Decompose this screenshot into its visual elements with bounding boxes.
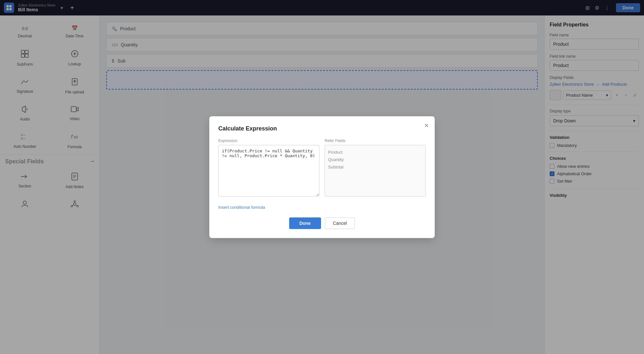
expression-textarea[interactable] xyxy=(218,145,319,196)
refer-field-quantity: Quantity xyxy=(328,156,422,163)
modal-overlay: Calculate Expression ✕ Expression Refer … xyxy=(0,0,644,354)
modal-close-button[interactable]: ✕ xyxy=(424,122,429,129)
insert-formula-link[interactable]: Insert conditional formula xyxy=(218,205,265,210)
modal-cancel-button[interactable]: Cancel xyxy=(325,217,355,229)
refer-fields-box: Product Quantity Subtotal xyxy=(325,145,426,196)
modal-body: Expression Refer Fields Product Quantity… xyxy=(218,139,426,198)
refer-fields-column: Refer Fields Product Quantity Subtotal xyxy=(325,139,426,198)
refer-fields-label: Refer Fields xyxy=(325,139,426,143)
refer-field-product: Product xyxy=(328,148,422,156)
modal-footer: Done Cancel xyxy=(218,217,426,229)
expression-column: Expression xyxy=(218,139,319,198)
refer-field-subtotal: Subtotal xyxy=(328,163,422,171)
modal-title: Calculate Expression xyxy=(218,125,426,132)
expression-label: Expression xyxy=(218,139,319,143)
modal-done-button[interactable]: Done xyxy=(289,217,321,229)
calculate-expression-modal: Calculate Expression ✕ Expression Refer … xyxy=(209,116,435,238)
